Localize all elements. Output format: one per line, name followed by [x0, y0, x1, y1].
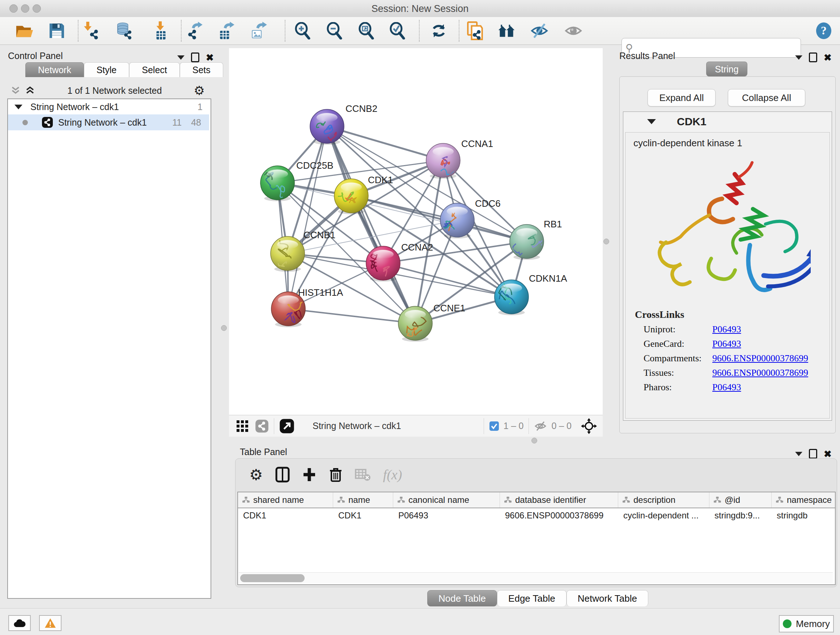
- table-gear-icon[interactable]: ⚙︎: [249, 466, 263, 484]
- edge-CCNB2-HIST1H1A[interactable]: [288, 126, 327, 309]
- node-CDKN1A[interactable]: CDKN1A: [494, 273, 567, 315]
- node-HIST1H1A[interactable]: HIST1H1A: [271, 287, 343, 327]
- panel-close-icon[interactable]: ✖: [206, 53, 214, 62]
- column-header-name[interactable]: name: [333, 492, 393, 508]
- crosslink-link[interactable]: P06493: [712, 382, 741, 393]
- import-network-button[interactable]: [82, 22, 101, 40]
- export-image-button[interactable]: [250, 22, 268, 40]
- column-header-shared-name[interactable]: shared name: [238, 492, 333, 508]
- collection-expander-icon[interactable]: [14, 105, 22, 109]
- cell-canonical-name[interactable]: P06493: [393, 510, 500, 521]
- expand-all-button[interactable]: Expand All: [647, 89, 715, 106]
- network-row-selected[interactable]: String Network – cdk1 11 48: [8, 114, 209, 130]
- panel-close-icon[interactable]: ✖: [824, 53, 832, 62]
- column-header--id[interactable]: @id: [709, 492, 772, 508]
- delete-trash-icon[interactable]: [329, 467, 343, 483]
- copy-network-button[interactable]: [466, 22, 484, 40]
- table-h-scrollbar[interactable]: [239, 572, 833, 584]
- fit-center-crosshair-icon[interactable]: [581, 418, 597, 434]
- toggle-hide-button[interactable]: [531, 22, 548, 40]
- toolbar-separator: [285, 20, 286, 42]
- node-CCNE1[interactable]: CCNE1: [398, 302, 465, 342]
- panel-float-icon[interactable]: [809, 449, 817, 459]
- toolbar-separator: [181, 20, 182, 42]
- tab-edge-table[interactable]: Edge Table: [497, 590, 567, 606]
- birds-eye-grid-icon[interactable]: [235, 419, 249, 433]
- export-network-button[interactable]: [187, 22, 205, 40]
- crosslink-link[interactable]: 9606.ENSP00000378699: [712, 367, 808, 378]
- save-session-button[interactable]: [48, 22, 66, 40]
- tab-string[interactable]: String: [706, 62, 747, 76]
- table-row[interactable]: CDK1CDK1P064939606.ENSP00000378699cyclin…: [238, 508, 835, 523]
- warnings-button[interactable]: [39, 615, 62, 631]
- left-splitter-grip[interactable]: [221, 325, 227, 331]
- collapse-all-icon[interactable]: [10, 85, 21, 96]
- hidden-eye-icon[interactable]: [534, 420, 547, 432]
- network-collection-row[interactable]: String Network – cdk1 1: [8, 99, 210, 114]
- table-tabs: Node TableEdge TableNetwork Table: [427, 590, 648, 606]
- crosslink-link[interactable]: P06493: [712, 324, 741, 335]
- collapse-all-button[interactable]: Collapse All: [728, 89, 805, 106]
- column-header-canonical-name[interactable]: canonical name: [393, 492, 500, 508]
- refresh-layout-button[interactable]: [430, 22, 448, 40]
- crosslink-label: Pharos:: [644, 382, 712, 393]
- zoom-in-button[interactable]: [294, 22, 312, 40]
- network-options-gear-icon[interactable]: ⚙︎: [194, 83, 205, 98]
- node-RB1[interactable]: RB1: [510, 219, 562, 260]
- expand-all-icon[interactable]: [25, 85, 35, 96]
- tab-node-table[interactable]: Node Table: [427, 590, 497, 606]
- panel-menu-icon[interactable]: [795, 452, 802, 456]
- cell-shared-name[interactable]: CDK1: [238, 510, 333, 521]
- zoom-fit-button[interactable]: [357, 22, 376, 40]
- network-share-icon[interactable]: [255, 419, 269, 433]
- node-CCNB2[interactable]: CCNB2: [310, 103, 377, 146]
- panel-close-icon[interactable]: ✖: [824, 449, 832, 459]
- show-all-button[interactable]: [564, 22, 583, 40]
- panel-float-icon[interactable]: [809, 52, 817, 62]
- column-header-database-identifier[interactable]: database identifier: [500, 492, 618, 508]
- import-table-button[interactable]: [152, 22, 170, 40]
- node-CCNA1[interactable]: CCNA1: [426, 138, 493, 179]
- panel-menu-icon[interactable]: [177, 55, 185, 60]
- network-view-toolbar: String Network – cdk1 1 – 0 0 – 0: [229, 415, 603, 437]
- network-canvas[interactable]: CCNB2 CCNA1 CDC25B CDK1: [229, 48, 603, 415]
- selected-checkbox-icon[interactable]: [489, 421, 499, 431]
- scrollbar-thumb[interactable]: [240, 574, 305, 582]
- export-table-button[interactable]: [218, 22, 236, 40]
- tab-select[interactable]: Select: [129, 62, 180, 77]
- panel-float-icon[interactable]: [191, 52, 199, 62]
- cell--id[interactable]: stringdb:9...: [709, 510, 772, 521]
- cell-namespace[interactable]: stringdb: [772, 510, 840, 521]
- node-CCNB1[interactable]: CCNB1: [271, 230, 335, 272]
- edge-HIST1H1A-CCNE1[interactable]: [288, 309, 415, 323]
- bottom-splitter-grip[interactable]: [531, 438, 537, 443]
- open-session-button[interactable]: [16, 22, 34, 40]
- column-header-description[interactable]: description: [618, 492, 709, 508]
- cell-name[interactable]: CDK1: [333, 510, 393, 521]
- cloud-button[interactable]: [8, 615, 31, 631]
- home-button[interactable]: [498, 22, 516, 40]
- crosslink-link[interactable]: P06493: [712, 339, 741, 349]
- column-header-namespace[interactable]: namespace: [772, 492, 840, 508]
- right-splitter-grip[interactable]: [603, 239, 609, 244]
- crosslink-label: Tissues:: [644, 367, 712, 378]
- open-in-window-icon[interactable]: [279, 418, 294, 434]
- tab-network[interactable]: Network: [25, 62, 84, 77]
- add-column-icon[interactable]: [302, 467, 317, 483]
- help-button[interactable]: ?: [815, 22, 833, 40]
- tab-sets[interactable]: Sets: [180, 62, 223, 77]
- table-columns-icon[interactable]: [275, 467, 290, 483]
- crosslink-link[interactable]: 9606.ENSP00000378699: [712, 353, 808, 364]
- zoom-out-button[interactable]: [325, 22, 344, 40]
- crosslinks-heading: CrossLinks: [635, 309, 829, 320]
- tab-style[interactable]: Style: [84, 62, 129, 77]
- cell-description[interactable]: cyclin-dependent ...: [618, 510, 709, 521]
- cell-database-identifier[interactable]: 9606.ENSP00000378699: [500, 510, 618, 521]
- memory-button[interactable]: Memory: [779, 615, 834, 632]
- panel-menu-icon[interactable]: [795, 55, 802, 60]
- gene-expander-icon[interactable]: [647, 119, 656, 124]
- gene-section-header[interactable]: CDK1: [623, 112, 832, 131]
- import-database-button[interactable]: [116, 22, 134, 40]
- tab-network-table[interactable]: Network Table: [567, 590, 648, 606]
- zoom-selected-button[interactable]: [388, 22, 407, 40]
